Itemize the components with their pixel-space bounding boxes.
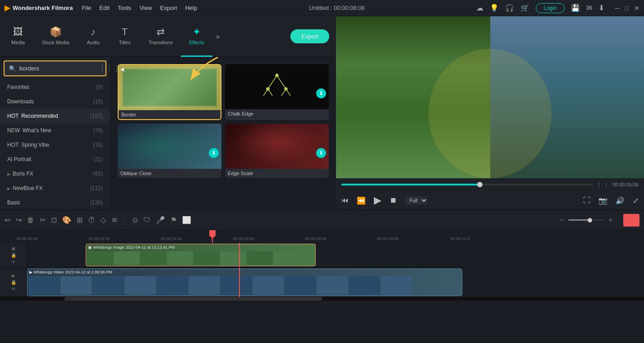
delete-icon[interactable]: 🗑 — [27, 216, 34, 224]
redo-icon[interactable]: ↪ — [16, 216, 22, 224]
preview-progress-slider[interactable] — [341, 184, 593, 185]
edge-thumb: ⬇ — [225, 124, 329, 169]
color-swatch — [623, 214, 639, 227]
export-button[interactable]: Export — [290, 29, 329, 43]
download-icon[interactable]: ⬇ — [598, 4, 604, 12]
category-newblue-fx[interactable]: ▶ NewBlue FX (112) — [0, 181, 110, 195]
mic-icon[interactable]: 🎤 — [156, 216, 165, 224]
menu-edit[interactable]: Edit — [99, 5, 109, 11]
step-back-button[interactable]: ⏪ — [357, 196, 366, 205]
category-favorites[interactable]: Favorites (0) — [0, 80, 110, 94]
snap-icon[interactable]: ⊙ — [132, 216, 138, 224]
category-downloads[interactable]: Downloads (15) — [0, 94, 110, 109]
scrollbar-thumb[interactable] — [64, 297, 322, 301]
category-boris-fx[interactable]: ▶ Boris FX (91) — [0, 167, 110, 181]
track-row-2: ▣ 🔒 👁 ▣ WhatsApp Image 2022-04-11 at 12.… — [0, 243, 644, 268]
stop-button[interactable]: ⏹ — [390, 196, 397, 204]
audio-clip-icon[interactable]: ≋ — [111, 216, 117, 224]
zoom-out-icon[interactable]: － — [558, 215, 566, 225]
toolbar-expand-icon[interactable]: » — [212, 33, 223, 40]
app-logo: ▶ Wondershark Filmora — [5, 4, 73, 12]
mail-icon[interactable]: ✉ — [586, 4, 592, 12]
timer-icon[interactable]: ⏱ — [88, 216, 95, 224]
effect-card-edge-scale[interactable]: ⬇ Edge Scale — [225, 124, 329, 178]
tool-audio-label: Audio — [87, 40, 99, 45]
zoom-slider[interactable] — [568, 219, 604, 221]
color-icon[interactable]: 🎨 — [62, 216, 71, 224]
chalk-edge-download-button[interactable]: ⬇ — [316, 88, 326, 98]
cloud-icon[interactable]: ☁ — [476, 4, 483, 12]
track-1-lock[interactable]: 🔒 — [11, 280, 16, 285]
maximize-button[interactable]: □ — [625, 5, 629, 12]
menu-export[interactable]: Export — [160, 5, 177, 11]
tool-titles[interactable]: T Titles — [109, 16, 141, 57]
crop-icon[interactable]: ⊡ — [51, 216, 57, 224]
flag-icon[interactable]: ⚑ — [170, 216, 177, 224]
volume-icon[interactable]: 🔊 — [616, 196, 625, 205]
track-2-lock[interactable]: 🔒 — [11, 253, 16, 258]
ruler-time-0: 00:00:00:00 — [16, 236, 38, 241]
window-controls: ─ □ ✕ — [615, 5, 639, 12]
tool-media[interactable]: 🖼 Media — [2, 16, 34, 57]
tool-titles-label: Titles — [119, 40, 131, 45]
more-options-icon[interactable]: ⤢ — [633, 196, 639, 205]
ruler-time-4: 00:00:04:00 — [161, 236, 182, 241]
tool-transitions[interactable]: ⇄ Transitions — [141, 16, 181, 57]
chalk-thumb: ⬇ — [225, 64, 329, 109]
close-button[interactable]: ✕ — [634, 5, 639, 12]
category-spring-vibe[interactable]: HOT Spring Vibe (16) — [0, 138, 110, 152]
track-1-eye[interactable]: 👁 — [11, 287, 16, 292]
zoom-fill — [568, 219, 590, 221]
login-button[interactable]: Login — [536, 3, 564, 13]
horizontal-scrollbar[interactable] — [0, 297, 644, 301]
go-start-button[interactable]: ⏮ — [341, 196, 349, 204]
oblique-close-label: Oblique Close — [118, 169, 221, 178]
category-whats-new[interactable]: NEW What's New (76) — [0, 123, 110, 138]
minimize-button[interactable]: ─ — [615, 5, 620, 12]
play-pause-button[interactable]: ▶ — [374, 195, 382, 206]
quality-selector[interactable]: Full — [405, 196, 428, 204]
fullscreen-icon[interactable]: ⛶ — [583, 196, 590, 204]
effect-card-border[interactable]: ◀ Border — [118, 64, 221, 120]
menu-view[interactable]: View — [139, 5, 152, 11]
video-clip-label: ▶ WhatsApp Video 2022-04-12 at 2.09.56 P… — [29, 270, 112, 274]
edge-scale-label: Edge Scale — [225, 169, 329, 178]
tool-audio[interactable]: ♪ Audio — [78, 16, 109, 57]
ruler-time-12: 00:00:12:0 — [451, 236, 470, 241]
tool-stock[interactable]: 📦 Stock Media — [34, 16, 78, 57]
effect-card-chalk-edge[interactable]: ⬇ Chalk Edge — [225, 64, 329, 120]
track-label-2: ▣ 🔒 👁 — [0, 243, 27, 267]
menu-help[interactable]: Help — [185, 5, 198, 11]
oblique-close-download-button[interactable]: ⬇ — [209, 148, 219, 158]
category-basic[interactable]: Basic (130) — [0, 195, 110, 210]
cut-icon[interactable]: ✂ — [40, 216, 46, 224]
image-clip[interactable]: ▣ WhatsApp Image 2022-04-11 at 12.13.41 … — [86, 244, 316, 266]
screenshot-icon[interactable]: 📷 — [598, 196, 607, 205]
edge-scale-download-button[interactable]: ⬇ — [316, 148, 326, 158]
search-icon: 🔍 — [9, 65, 16, 72]
shield-icon[interactable]: 🛡 — [143, 216, 151, 224]
zoom-thumb — [588, 218, 592, 222]
transform-icon[interactable]: ⊞ — [77, 216, 83, 224]
transitions-icon: ⇄ — [156, 26, 165, 38]
camera-frame-icon[interactable]: ⬜ — [182, 216, 191, 224]
headphone-icon[interactable]: 🎧 — [505, 4, 514, 12]
category-recommended[interactable]: HOT Recommended (107) — [0, 109, 110, 123]
zoom-controls: － ＋ — [558, 215, 614, 225]
bulb-icon[interactable]: 💡 — [490, 4, 499, 12]
track-2-eye[interactable]: 👁 — [11, 260, 16, 264]
image-clip-label: ▣ WhatsApp Image 2022-04-11 at 12.13.41 … — [88, 245, 175, 250]
menu-tools[interactable]: Tools — [118, 5, 131, 11]
keyframe-icon[interactable]: ◇ — [101, 216, 106, 224]
save-icon[interactable]: 💾 — [571, 4, 580, 12]
zoom-in-icon[interactable]: ＋ — [607, 215, 614, 225]
cart-icon[interactable]: 🛒 — [520, 4, 529, 12]
svg-point-7 — [267, 88, 269, 90]
undo-icon[interactable]: ↩ — [5, 216, 10, 224]
tool-effects[interactable]: ✦ Effects — [181, 16, 212, 57]
video-clip[interactable]: ▶ WhatsApp Video 2022-04-12 at 2.09.56 P… — [27, 269, 462, 296]
category-ai-portrait[interactable]: AI Portrait (21) — [0, 152, 110, 167]
effect-card-oblique-close[interactable]: ⬇ Oblique Close — [118, 124, 221, 178]
search-input[interactable] — [19, 65, 95, 72]
menu-file[interactable]: File — [82, 5, 91, 11]
